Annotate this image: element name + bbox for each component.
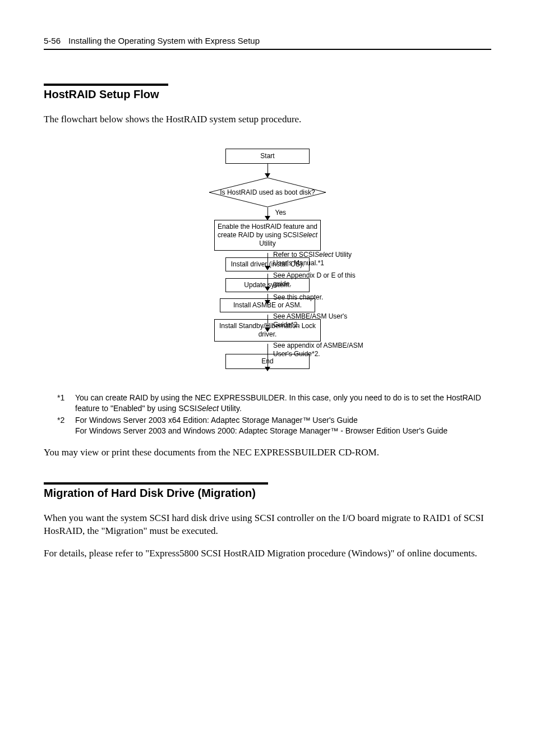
running-header: 5-56 Installing the Operating System wit… [44,36,491,50]
intro-paragraph: The flowchart below shows the HostRAID s… [44,113,491,126]
arrow [268,294,268,298]
header-title: Installing the Operating System with Exp… [68,36,260,45]
decision-yes-label: Yes [275,209,287,216]
page-number: 5-56 [44,36,61,45]
footnote-text: For Windows Server 2003 x64 Edition: Ada… [75,415,491,436]
arrow [268,315,268,319]
footnote-tag: *2 [57,415,70,436]
migration-p1: When you want the system SCSI hard disk … [44,512,491,538]
arrow [268,274,268,278]
decision-text: Is HostRAID used as boot disk? [209,177,326,208]
cdrom-note: You may view or print these documents fr… [44,446,491,459]
heading: Migration of Hard Disk Drive (Migration) [44,487,491,500]
footnote-tag: *1 [57,393,70,414]
flowchart: Start Is HostRAID used as boot disk? Yes… [44,149,491,369]
flow-start: Start [225,149,310,164]
arrow [268,164,268,177]
footnotes: *1 You can create RAID by using the NEC … [57,393,491,436]
heading-rule [44,482,268,485]
section-migration: Migration of Hard Disk Drive (Migration) [44,482,491,500]
footnote-text: You can create RAID by using the NEC EXP… [75,393,491,414]
flow-enable-hostraid: Enable the HostRAID feature and create R… [214,220,321,251]
arrow: Yes [268,208,268,220]
footnote-2: *2 For Windows Server 2003 x64 Edition: … [57,415,491,436]
section-hostraid-setup-flow: HostRAID Setup Flow [44,84,491,101]
arrow [268,344,268,354]
flow-decision: Is HostRAID used as boot disk? [209,177,326,208]
heading: HostRAID Setup Flow [44,88,491,101]
footnote-1: *1 You can create RAID by using the NEC … [57,393,491,414]
arrow [268,253,268,257]
migration-p2: For details, please refer to "Express580… [44,547,491,560]
page: 5-56 Installing the Operating System wit… [0,0,535,756]
heading-rule [44,84,168,86]
flowchart-column: Start Is HostRAID used as boot disk? Yes… [167,149,368,369]
